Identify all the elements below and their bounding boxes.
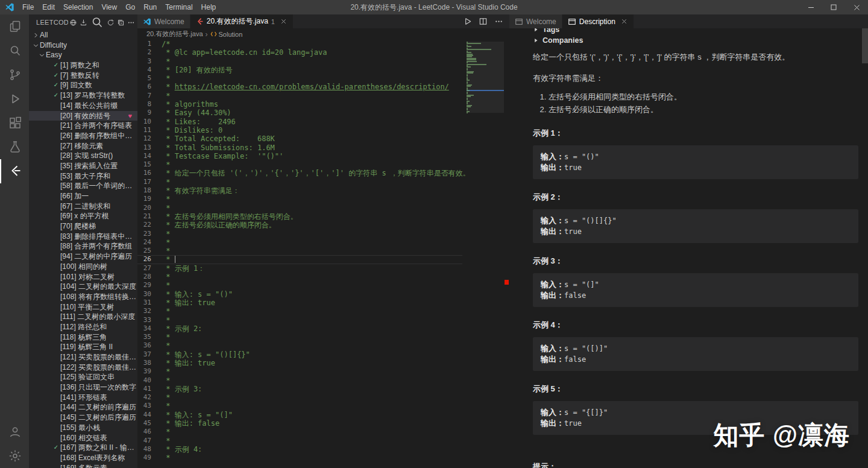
close-icon[interactable] — [280, 17, 288, 25]
tree-item[interactable]: [144] 二叉树的前序遍历 — [29, 402, 137, 413]
run-debug-icon[interactable] — [0, 87, 29, 111]
more-icon[interactable] — [126, 19, 136, 27]
tree-item[interactable]: [53] 最大子序和 — [29, 171, 137, 182]
menu-item-edit[interactable]: Edit — [38, 0, 59, 14]
code-editor[interactable]: 1/*2 * @lc app=leetcode.cn id=20 lang=ja… — [137, 40, 509, 468]
tree-item[interactable]: [168] Excel表列名称 — [29, 453, 137, 463]
tree-item[interactable]: ✓[13] 罗马数字转整数 — [29, 90, 137, 101]
code-link[interactable]: https://leetcode-cn.com/problems/valid-p… — [175, 83, 449, 91]
tab-description[interactable]: Description — [562, 14, 634, 28]
tree-item[interactable]: Easy — [29, 50, 137, 60]
tree-item[interactable]: [155] 最小栈 — [29, 423, 137, 433]
breadcrumb-file[interactable]: 20.有效的括号.java — [146, 30, 203, 39]
maximize-icon[interactable] — [822, 0, 845, 14]
tree-item[interactable]: [121] 买卖股票的最佳时机 — [29, 352, 137, 362]
menu-item-selection[interactable]: Selection — [59, 0, 97, 14]
leetcode-icon[interactable] — [0, 159, 29, 183]
collapse-all-icon[interactable] — [116, 19, 126, 27]
section-companies[interactable]: Companies — [533, 35, 858, 45]
tree-item[interactable]: [69] x 的平方根 — [29, 211, 137, 221]
tree-item[interactable]: [26] 删除有序数组中的重复项 — [29, 131, 137, 141]
more-actions-icon[interactable] — [494, 17, 503, 26]
tree-item[interactable]: [119] 杨辉三角 II — [29, 342, 137, 352]
tree-item[interactable]: [88] 合并两个有序数组 — [29, 241, 137, 251]
tree-item[interactable]: [66] 加一 — [29, 191, 137, 201]
scrollbar-thumb[interactable] — [862, 28, 868, 63]
tree-item[interactable]: ✓[9] 回文数 — [29, 80, 137, 90]
code-line: 29 * — [137, 281, 462, 289]
line-number: 15 — [137, 160, 162, 169]
code-text: * — [162, 307, 170, 315]
tab-20-java[interactable]: 20.有效的括号.java1 — [190, 14, 294, 28]
extensions-icon[interactable] — [0, 111, 29, 135]
tree-item[interactable]: [28] 实现 strStr() — [29, 151, 137, 161]
split-editor-icon[interactable] — [479, 17, 488, 26]
tree-item[interactable]: [169] 多数元素 — [29, 463, 137, 468]
close-window-icon[interactable] — [845, 0, 868, 14]
search-icon[interactable] — [0, 39, 29, 63]
tree-item[interactable]: [108] 将有序数组转换为二叉搜... — [29, 292, 137, 302]
minimize-icon[interactable] — [799, 0, 822, 14]
tree-item-label: [14] 最长公共前缀 — [60, 101, 118, 111]
menu-item-terminal[interactable]: Terminal — [161, 0, 197, 14]
tree-item[interactable]: [70] 爬楼梯 — [29, 221, 137, 232]
tree-item[interactable]: [141] 环形链表 — [29, 393, 137, 403]
explorer-icon[interactable] — [0, 14, 29, 39]
code-line: 8 * algorithms — [137, 100, 462, 109]
tree-item[interactable]: [125] 验证回文串 — [29, 372, 137, 382]
search-icon[interactable] — [89, 15, 105, 30]
tree-item[interactable]: [122] 买卖股票的最佳时机 II — [29, 362, 137, 373]
code-text: * algorithms — [162, 100, 218, 109]
tree-item[interactable]: [83] 删除排序链表中的重复元素 — [29, 232, 137, 242]
test-icon[interactable] — [0, 135, 29, 159]
tree-item[interactable]: [14] 最长公共前缀 — [29, 101, 137, 111]
breadcrumb-symbol[interactable]: Solution — [210, 31, 243, 38]
tree-item[interactable]: [104] 二叉树的最大深度 — [29, 282, 137, 292]
tree-item[interactable]: [20] 有效的括号♥ — [29, 111, 137, 121]
tree-item[interactable]: All — [29, 30, 137, 40]
tree-item[interactable]: [101] 对称二叉树 — [29, 272, 137, 282]
tree-item[interactable]: [67] 二进制求和 — [29, 201, 137, 212]
tree-item[interactable]: [35] 搜索插入位置 — [29, 161, 137, 171]
tab-welcome[interactable]: Welcome — [509, 14, 562, 28]
favorite-heart-icon[interactable]: ♥ — [128, 111, 137, 121]
menu-item-run[interactable]: Run — [139, 0, 161, 14]
refresh-icon[interactable] — [105, 19, 116, 27]
tree-item[interactable]: [160] 相交链表 — [29, 433, 137, 443]
tree-item[interactable]: [112] 路径总和 — [29, 322, 137, 332]
code-line: 24 * — [137, 238, 462, 247]
menu-item-file[interactable]: File — [18, 0, 38, 14]
line-number: 8 — [137, 100, 162, 109]
minimap[interactable] — [467, 42, 504, 113]
tree-item[interactable]: [27] 移除元素 — [29, 141, 137, 151]
code-line: 3 * — [137, 57, 462, 66]
close-icon[interactable] — [620, 17, 628, 25]
section-tags[interactable]: Tags — [533, 28, 858, 34]
tree-item[interactable]: [110] 平衡二叉树 — [29, 302, 137, 312]
code-text: * 左括号必须以正确的顺序闭合。 — [162, 221, 276, 229]
sign-in-icon[interactable] — [78, 19, 89, 27]
tree-item[interactable]: [94] 二叉树的中序遍历 — [29, 251, 137, 262]
tree-item[interactable]: [100] 相同的树 — [29, 262, 137, 272]
tree-item[interactable]: [21] 合并两个有序链表 — [29, 121, 137, 131]
menu-item-go[interactable]: Go — [121, 0, 139, 14]
tree-item[interactable]: [136] 只出现一次的数字 — [29, 382, 137, 393]
tree-item[interactable]: [111] 二叉树的最小深度 — [29, 312, 137, 322]
code-text: * — [162, 316, 170, 324]
menu-item-view[interactable]: View — [97, 0, 121, 14]
tab-welcome[interactable]: Welcome — [137, 14, 190, 28]
tree-item[interactable]: ✓[7] 整数反转 — [29, 71, 137, 81]
run-icon[interactable] — [463, 17, 472, 26]
settings-gear-icon[interactable] — [0, 444, 29, 468]
tree-item[interactable]: [118] 杨辉三角 — [29, 332, 137, 343]
tree-item[interactable]: Difficulty — [29, 40, 137, 51]
menu-item-help[interactable]: Help — [197, 0, 221, 14]
tree-item[interactable]: [145] 二叉树的后序遍历 — [29, 413, 137, 423]
source-control-icon[interactable] — [0, 63, 29, 87]
globe-icon[interactable] — [68, 19, 78, 27]
account-icon[interactable] — [0, 420, 29, 444]
tree-item[interactable]: ✓[167] 两数之和 II - 输入有序数组 — [29, 443, 137, 453]
output-value: true — [564, 419, 582, 428]
tree-item[interactable]: [58] 最后一个单词的长度 — [29, 181, 137, 191]
tree-item[interactable]: ✓[1] 两数之和 — [29, 60, 137, 71]
